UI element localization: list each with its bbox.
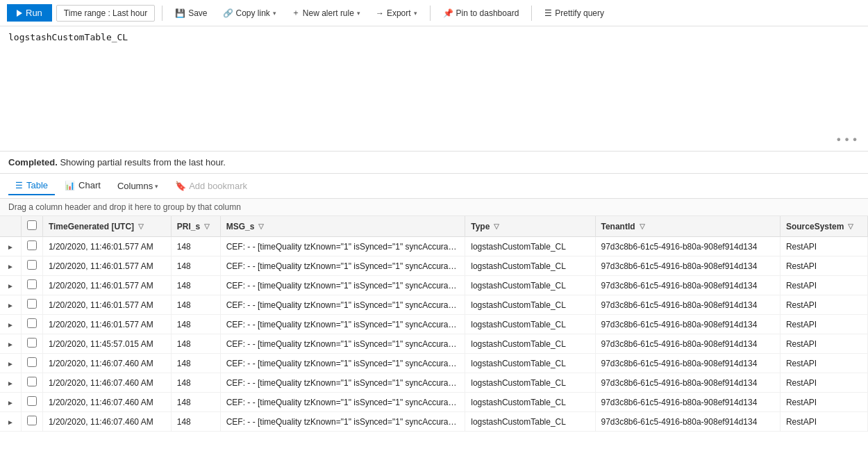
save-button[interactable]: 💾 Save: [169, 6, 212, 21]
new-alert-rule-button[interactable]: ＋ New alert rule ▾: [286, 4, 366, 22]
col-header-source[interactable]: SourceSystem ▽: [780, 216, 867, 237]
cell-source: RestAPI: [780, 412, 867, 432]
row-checkbox[interactable]: [27, 416, 37, 425]
pin-to-dashboard-button[interactable]: 📌 Pin to dashboard: [437, 6, 525, 21]
cell-msg: CEF: - - [timeQuality tzKnown="1" isSync…: [220, 315, 465, 334]
columns-button[interactable]: Columns ▾: [110, 177, 165, 195]
cell-msg: CEF: - - [timeQuality tzKnown="1" isSync…: [220, 256, 465, 276]
col-type-label: Type: [471, 222, 490, 231]
col-header-pri[interactable]: PRI_s ▽: [171, 216, 220, 237]
expand-button[interactable]: ►: [6, 418, 15, 426]
cell-tenant: 97d3c8b6-61c5-4916-b80a-908ef914d134: [595, 373, 780, 393]
cell-tenant: 97d3c8b6-61c5-4916-b80a-908ef914d134: [595, 412, 780, 432]
new-alert-rule-label: New alert rule: [303, 8, 354, 18]
export-button[interactable]: → Export ▾: [370, 6, 423, 21]
filter-icon-tenant[interactable]: ▽: [640, 222, 645, 230]
col-tenant-label: TenantId: [601, 222, 635, 231]
chevron-down-icon-cols: ▾: [155, 183, 158, 190]
expand-button[interactable]: ►: [6, 321, 15, 329]
filter-icon-pri[interactable]: ▽: [204, 222, 210, 230]
table-header-row: TimeGenerated [UTC] ▽ PRI_s ▽ MSG_s ▽: [0, 216, 868, 237]
col-source-label: SourceSystem: [786, 222, 844, 231]
plus-icon: ＋: [292, 7, 300, 19]
row-checkbox[interactable]: [27, 318, 37, 328]
cell-source: RestAPI: [780, 315, 867, 334]
select-all-checkbox[interactable]: [27, 220, 37, 230]
status-completed: Completed.: [8, 157, 58, 168]
expand-cell: ►: [0, 354, 21, 373]
prettify-query-button[interactable]: ☰ Prettify query: [539, 6, 610, 21]
cell-pri: 148: [171, 393, 220, 412]
cell-type: logstashCustomTable_CL: [465, 373, 595, 393]
expand-cell: ►: [0, 373, 21, 393]
cell-tenant: 97d3c8b6-61c5-4916-b80a-908ef914d134: [595, 237, 780, 256]
cell-type: logstashCustomTable_CL: [465, 315, 595, 334]
expand-button[interactable]: ►: [6, 360, 15, 368]
cell-msg: CEF: - - [timeQuality tzKnown="1" isSync…: [220, 354, 465, 373]
link-icon: 🔗: [223, 8, 233, 18]
bookmark-icon: 🔖: [175, 181, 186, 191]
col-header-tenant[interactable]: TenantId ▽: [595, 216, 780, 237]
status-bar: Completed. Showing partial results from …: [0, 152, 868, 174]
results-toolbar: ☰ Table 📊 Chart Columns ▾ 🔖 Add bookmark: [0, 174, 868, 199]
row-checkbox[interactable]: [27, 377, 37, 386]
chart-icon: 📊: [65, 181, 75, 190]
toolbar: Run Time range : Last hour 💾 Save 🔗 Copy…: [0, 0, 868, 26]
checkbox-cell: [21, 354, 42, 373]
copy-link-button[interactable]: 🔗 Copy link ▾: [217, 6, 282, 21]
cell-tenant: 97d3c8b6-61c5-4916-b80a-908ef914d134: [595, 295, 780, 315]
cell-msg: CEF: - - [timeQuality tzKnown="1" isSync…: [220, 237, 465, 256]
pin-to-dashboard-label: Pin to dashboard: [456, 8, 519, 18]
cell-pri: 148: [171, 315, 220, 334]
checkbox-cell: [21, 412, 42, 432]
row-checkbox[interactable]: [27, 357, 37, 367]
expand-button[interactable]: ►: [6, 380, 15, 387]
table-row: ► 1/20/2020, 11:46:07.460 AM 148 CEF: - …: [0, 393, 868, 412]
table-row: ► 1/20/2020, 11:45:57.015 AM 148 CEF: - …: [0, 334, 868, 354]
query-text: logstashCustomTable_CL: [8, 32, 128, 42]
row-checkbox[interactable]: [27, 279, 37, 289]
time-range-label: Time range : Last hour: [64, 8, 147, 18]
row-checkbox[interactable]: [27, 299, 37, 309]
expand-button[interactable]: ►: [6, 341, 15, 348]
save-icon: 💾: [175, 8, 185, 18]
tab-table[interactable]: ☰ Table: [8, 177, 55, 195]
checkbox-cell: [21, 237, 42, 256]
cell-tenant: 97d3c8b6-61c5-4916-b80a-908ef914d134: [595, 393, 780, 412]
expand-button[interactable]: ►: [6, 243, 15, 251]
filter-icon-type[interactable]: ▽: [494, 222, 499, 230]
row-checkbox[interactable]: [27, 260, 37, 270]
row-checkbox[interactable]: [27, 240, 37, 250]
col-msg-label: MSG_s: [226, 222, 255, 231]
table-row: ► 1/20/2020, 11:46:01.577 AM 148 CEF: - …: [0, 256, 868, 276]
filter-icon-source[interactable]: ▽: [848, 222, 853, 230]
cell-time: 1/20/2020, 11:46:07.460 AM: [42, 393, 171, 412]
col-header-type[interactable]: Type ▽: [465, 216, 595, 237]
run-button[interactable]: Run: [7, 4, 52, 22]
expand-button[interactable]: ►: [6, 263, 15, 270]
expand-button[interactable]: ►: [6, 302, 15, 309]
expand-button[interactable]: ►: [6, 282, 15, 290]
expand-cell: ►: [0, 315, 21, 334]
col-header-msg[interactable]: MSG_s ▽: [220, 216, 465, 237]
table-row: ► 1/20/2020, 11:46:01.577 AM 148 CEF: - …: [0, 315, 868, 334]
add-bookmark-button[interactable]: 🔖 Add bookmark: [168, 177, 254, 195]
cell-msg: CEF: - - [timeQuality tzKnown="1" isSync…: [220, 276, 465, 295]
row-checkbox[interactable]: [27, 396, 37, 406]
status-message: Showing partial results from the last ho…: [58, 157, 226, 168]
table-row: ► 1/20/2020, 11:46:01.577 AM 148 CEF: - …: [0, 237, 868, 256]
cell-type: logstashCustomTable_CL: [465, 354, 595, 373]
row-checkbox[interactable]: [27, 338, 37, 348]
filter-icon-msg[interactable]: ▽: [258, 222, 264, 230]
prettify-query-label: Prettify query: [555, 8, 604, 18]
cell-pri: 148: [171, 237, 220, 256]
time-range-button[interactable]: Time range : Last hour: [56, 5, 155, 22]
expand-button[interactable]: ►: [6, 399, 15, 407]
play-icon: [17, 10, 22, 17]
query-editor[interactable]: logstashCustomTable_CL •••: [0, 26, 868, 152]
col-header-time[interactable]: TimeGenerated [UTC] ▽: [42, 216, 171, 237]
divider-1: [162, 6, 162, 21]
tab-chart[interactable]: 📊 Chart: [58, 177, 108, 195]
table-body: ► 1/20/2020, 11:46:01.577 AM 148 CEF: - …: [0, 237, 868, 432]
filter-icon-time[interactable]: ▽: [138, 222, 144, 230]
